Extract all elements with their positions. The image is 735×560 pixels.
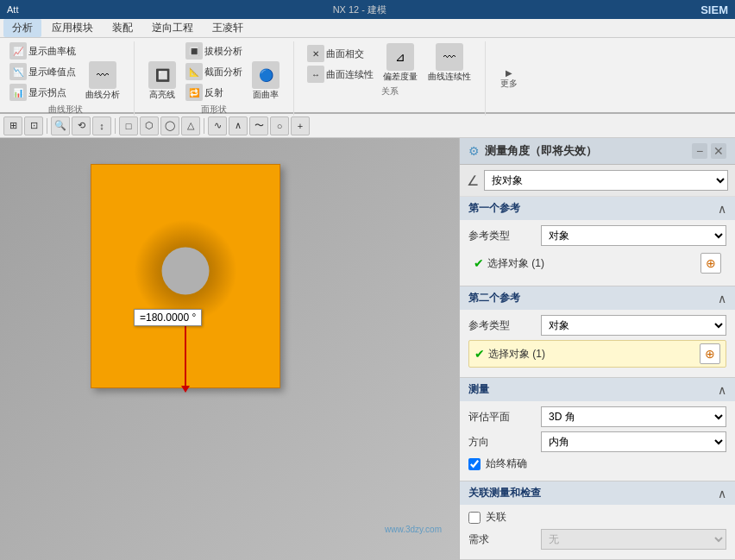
reflect-label: 反射 [204,86,223,99]
section-assoc-header[interactable]: 关联测量和检查 ∧ [460,481,735,505]
ribbon-group-relations-items: ✕ 曲面相交 ↔ 曲面连续性 ⊿ 偏差度量 〰 曲线连续性 [305,41,474,84]
target-btn-2[interactable]: ⊕ [700,343,720,364]
always-precise-row: 始终精确 [468,456,726,471]
ribbon-col-3: ✕ 曲面相交 ↔ 曲面连续性 [305,44,376,84]
ribbon-btn-inflection[interactable]: 📊 显示拐点 [7,83,79,102]
section-measure-header[interactable]: 测量 ∧ [460,378,735,401]
menu-item-reverse[interactable]: 逆向工程 [143,19,202,37]
section-first-ref: 第一个参考 ∧ 参考类型 对象 ✔ 选择对象 (1) ⊕ [460,197,735,286]
ribbon-content: 📈 显示曲率梳 📉 显示峰值点 📊 显示拐点 〰 曲线分析 [0,38,735,119]
toolbar-btn-12[interactable]: 〜 [249,116,268,135]
toolbar-btn-13[interactable]: ○ [270,116,289,135]
ribbon-group-relations-label: 关系 [381,85,399,98]
ribbon-col-2: 🔳 拔模分析 📐 截面分析 🔁 反射 [183,41,245,102]
ribbon-btn-peak-points[interactable]: 📉 显示峰值点 [7,62,79,81]
method-select[interactable]: 按对象 [484,170,728,191]
ribbon-btn-draft[interactable]: 🔳 拔模分析 [183,41,245,60]
ribbon-area: 📈 显示曲率梳 📉 显示峰值点 📊 显示拐点 〰 曲线分析 [0,38,735,114]
ribbon-btn-reflect[interactable]: 🔁 反射 [183,83,245,102]
toolbar-btn-1[interactable]: ⊞ [3,116,22,135]
select-obj-row-1[interactable]: ✔ 选择对象 (1) ⊕ [468,250,726,276]
peak-points-label: 显示峰值点 [28,66,76,79]
panel-minimize-btn[interactable]: − [692,143,707,159]
3d-object [91,164,280,388]
orange-plate[interactable] [91,164,280,388]
toolbar-btn-2[interactable]: ⊡ [24,116,43,135]
ribbon-btn-curve-cont[interactable]: 〰 曲线连续性 [424,41,474,84]
peak-points-icon: 📉 [9,63,27,80]
direction-label: 方向 [468,435,537,450]
eval-plane-select[interactable]: 3D 角 [541,406,726,427]
ribbon-group-surface: 🔲 高亮线 🔳 拔模分析 📐 截面分析 🔁 反射 [145,41,294,116]
ribbon-btn-section[interactable]: 📐 截面分析 [183,62,245,81]
method-icon: ∠ [467,173,479,189]
menu-item-modules[interactable]: 应用模块 [43,19,102,37]
right-panel: ⚙ 测量角度（即将失效） − ✕ ∠ 按对象 第一个参考 ∧ 参考类型 [459,138,735,560]
panel-header-right: − ✕ [692,143,726,159]
direction-select[interactable]: 内角 [541,431,726,452]
assoc-checkbox[interactable] [468,512,481,524]
section-first-ref-title: 第一个参考 [468,201,520,216]
ribbon-btn-curve-analysis[interactable]: 〰 曲线分析 [82,60,123,102]
ref-type-select-2[interactable]: 对象 [541,315,726,336]
toolbar-btn-6[interactable]: □ [119,116,138,135]
section-first-ref-body: 参考类型 对象 ✔ 选择对象 (1) ⊕ [460,220,735,286]
menu-item-analysis[interactable]: 分析 [3,19,41,37]
toolbar-btn-8[interactable]: ◯ [160,116,179,135]
section-second-ref-toggle: ∧ [718,292,726,305]
section-measure-body: 评估平面 3D 角 方向 内角 始终精确 [460,401,735,481]
angle-tooltip: =180.0000 ° [134,309,202,326]
continuity-label: 曲面连续性 [326,68,374,81]
deviation-icon: ⊿ [386,43,414,71]
demand-label: 需求 [468,532,537,547]
section-label: 截面分析 [204,66,242,79]
section-second-ref: 第二个参考 ∧ 参考类型 对象 ✔ 选择对象 (1) ⊕ [460,286,735,378]
toolbar-btn-7[interactable]: ⬡ [140,116,159,135]
top-bar-left: Att [7,4,18,15]
angle-value: =180.0000 ° [140,311,196,324]
select-obj-row-2-highlighted[interactable]: ✔ 选择对象 (1) ⊕ [468,340,726,368]
section-second-ref-header[interactable]: 第二个参考 ∧ [460,286,735,310]
toolbar-sep-3 [204,118,204,134]
ribbon-btn-continuity[interactable]: ↔ 曲面连续性 [305,65,376,84]
target-btn-1[interactable]: ⊕ [700,253,721,274]
panel-close-btn[interactable]: ✕ [711,143,726,159]
section-first-ref-header[interactable]: 第一个参考 ∧ [460,197,735,220]
demand-select[interactable]: 无 [541,529,726,550]
toolbar-btn-10[interactable]: ∿ [208,116,227,135]
toolbar-btn-9[interactable]: △ [181,116,200,135]
menu-item-user[interactable]: 王凌轩 [204,19,252,37]
toolbar-sep-2 [115,118,116,134]
ribbon-btn-intersect[interactable]: ✕ 曲面相交 [305,44,376,63]
watermark: www.3dzy.com [385,525,442,534]
section-second-ref-title: 第二个参考 [468,291,520,305]
curvature-icon: 🔵 [252,61,280,89]
toolbar-btn-5[interactable]: ↕ [92,116,111,135]
donut-outer [134,219,237,323]
toolbar-btn-11[interactable]: ∧ [229,116,248,135]
viewport[interactable]: =180.0000 ° www.3dzy.com [0,138,459,560]
curvature-comb-label: 显示曲率梳 [28,45,76,58]
section-icon: 📐 [185,63,203,80]
toolbar-sep-1 [47,118,47,134]
ribbon-btn-deviation[interactable]: ⊿ 偏差度量 [380,41,421,84]
toolbar-btn-14[interactable]: + [291,116,310,135]
demand-row: 需求 无 [468,529,726,550]
toolbar-btn-3[interactable]: 🔍 [51,116,70,135]
draft-icon: 🔳 [185,42,203,60]
donut-inner [162,248,210,295]
check-icon-2: ✔ [474,347,485,361]
ribbon-btn-highlight[interactable]: 🔲 高亮线 [145,60,179,102]
always-precise-checkbox[interactable] [468,458,481,470]
eval-plane-row: 评估平面 3D 角 [468,406,726,427]
inflection-label: 显示拐点 [28,86,66,99]
more-button[interactable]: ▶ 更多 [496,41,522,116]
menu-item-assembly[interactable]: 装配 [104,19,141,37]
ref-type-select-1[interactable]: 对象 [541,225,726,246]
curve-analysis-label: 曲线分析 [85,90,120,100]
ribbon-btn-curvature[interactable]: 🔵 面曲率 [248,60,283,102]
method-row: ∠ 按对象 [460,165,735,197]
ribbon-btn-curvature-comb[interactable]: 📈 显示曲率梳 [7,41,79,60]
toolbar-btn-4[interactable]: ⟲ [72,116,91,135]
eval-plane-label: 评估平面 [468,410,537,425]
